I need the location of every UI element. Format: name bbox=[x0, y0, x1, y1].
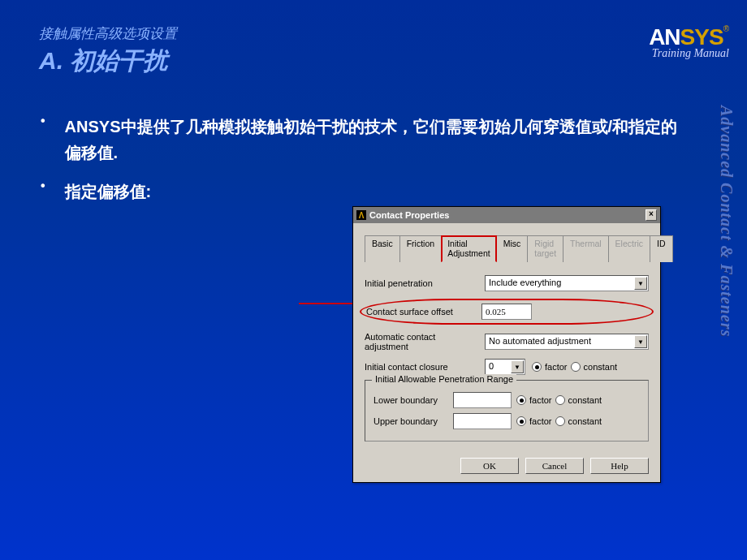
chevron-down-icon[interactable]: ▼ bbox=[634, 277, 647, 290]
tab-initial-adjustment[interactable]: Initial Adjustment bbox=[441, 235, 497, 262]
contact-offset-input[interactable] bbox=[481, 304, 532, 320]
tab-strip: Basic Friction Initial Adjustment Misc R… bbox=[365, 235, 649, 262]
upper-factor-label: factor bbox=[529, 416, 552, 426]
upper-constant-label: constant bbox=[568, 416, 602, 426]
closure-row: Initial contact closure 0 ▼ factor const… bbox=[365, 359, 649, 375]
tab-friction[interactable]: Friction bbox=[399, 235, 442, 262]
penetration-range-fieldset: Initial Allowable Penetration Range Lowe… bbox=[365, 380, 649, 442]
lower-radio-group: factor constant bbox=[516, 395, 602, 405]
bullet-dot: • bbox=[41, 114, 45, 166]
auto-adjust-row: Automatic contact adjustment No automate… bbox=[365, 332, 649, 351]
auto-adjust-select[interactable]: No automated adjustment ▼ bbox=[485, 334, 649, 350]
upper-radio-group: factor constant bbox=[516, 416, 602, 426]
upper-boundary-label: Upper boundary bbox=[374, 416, 448, 426]
contact-offset-label: Contact surface offset bbox=[366, 307, 475, 317]
upper-factor-radio[interactable] bbox=[516, 416, 526, 426]
logo-sys: SYS bbox=[680, 24, 723, 50]
auto-adjust-label: Automatic contact adjustment bbox=[365, 332, 478, 351]
cancel-button[interactable]: Cancel bbox=[525, 458, 584, 474]
closure-constant-label: constant bbox=[584, 362, 618, 372]
tab-basic[interactable]: Basic bbox=[365, 235, 400, 262]
slide: 接触属性高级选项设置 A. 初始干扰 ANSYS® Training Manua… bbox=[0, 0, 747, 560]
penetration-range-legend: Initial Allowable Penetration Range bbox=[372, 374, 516, 384]
dialog-icon: Λ bbox=[356, 210, 366, 220]
initial-penetration-select[interactable]: Include everything ▼ bbox=[485, 275, 649, 291]
bullet-text: ANSYS中提供了几种模拟接触初始干扰的技术，它们需要初始几何穿透值或/和指定的… bbox=[65, 114, 690, 166]
slide-header: 接触属性高级选项设置 A. 初始干扰 bbox=[39, 24, 177, 78]
side-text: Advanced Contact & Fasteners bbox=[717, 106, 736, 337]
lower-boundary-input[interactable] bbox=[453, 392, 512, 408]
closure-constant-radio[interactable] bbox=[571, 362, 581, 372]
upper-constant-radio[interactable] bbox=[555, 416, 565, 426]
initial-penetration-label: Initial penetration bbox=[365, 278, 478, 288]
tab-electric: Electric bbox=[608, 235, 650, 262]
bullet-text: 指定偏移值: bbox=[65, 179, 152, 205]
tab-id[interactable]: ID bbox=[650, 235, 673, 262]
lower-factor-label: factor bbox=[529, 395, 552, 405]
chevron-down-icon[interactable]: ▼ bbox=[634, 335, 647, 348]
closure-value: 0 bbox=[489, 361, 494, 371]
lower-factor-radio[interactable] bbox=[516, 395, 526, 405]
closure-select[interactable]: 0 ▼ bbox=[485, 359, 525, 375]
bullet-item: • 指定偏移值: bbox=[41, 179, 690, 205]
chevron-down-icon[interactable]: ▼ bbox=[511, 360, 524, 373]
initial-penetration-value: Include everything bbox=[489, 278, 561, 287]
ok-button[interactable]: OK bbox=[460, 458, 519, 474]
logo: ANSYS® Training Manual bbox=[649, 24, 729, 60]
upper-boundary-input[interactable] bbox=[453, 413, 512, 429]
contact-properties-dialog: Λ Contact Properties × Basic Friction In… bbox=[352, 206, 661, 483]
slide-body: • ANSYS中提供了几种模拟接触初始干扰的技术，它们需要初始几何穿透值或/和指… bbox=[41, 114, 690, 218]
lower-constant-radio[interactable] bbox=[555, 395, 565, 405]
tab-rigid-target: Rigid target bbox=[527, 235, 563, 262]
bullet-dot: • bbox=[41, 179, 45, 205]
slide-pretitle: 接触属性高级选项设置 bbox=[39, 24, 177, 43]
dialog-title-text: Contact Properties bbox=[369, 210, 642, 220]
auto-adjust-value: No automated adjustment bbox=[489, 336, 591, 346]
logo-an: AN bbox=[649, 24, 680, 50]
lower-boundary-row: Lower boundary factor constant bbox=[374, 392, 640, 408]
tab-misc[interactable]: Misc bbox=[496, 235, 529, 262]
closure-radio-group: factor constant bbox=[532, 362, 617, 372]
closure-factor-label: factor bbox=[545, 362, 568, 372]
close-icon[interactable]: × bbox=[646, 209, 657, 221]
dialog-button-row: OK Cancel Help bbox=[353, 450, 660, 482]
closure-factor-radio[interactable] bbox=[532, 362, 542, 372]
help-button[interactable]: Help bbox=[590, 458, 649, 474]
bullet-item: • ANSYS中提供了几种模拟接触初始干扰的技术，它们需要初始几何穿透值或/和指… bbox=[41, 114, 690, 166]
lower-constant-label: constant bbox=[568, 395, 602, 405]
closure-label: Initial contact closure bbox=[365, 362, 478, 372]
dialog-titlebar[interactable]: Λ Contact Properties × bbox=[353, 207, 660, 223]
logo-subtitle: Training Manual bbox=[649, 47, 729, 60]
upper-boundary-row: Upper boundary factor constant bbox=[374, 413, 640, 429]
dialog-body: Basic Friction Initial Adjustment Misc R… bbox=[353, 223, 660, 450]
tab-thermal: Thermal bbox=[563, 235, 609, 262]
slide-title: A. 初始干扰 bbox=[39, 45, 177, 78]
lower-boundary-label: Lower boundary bbox=[374, 395, 448, 405]
initial-penetration-row: Initial penetration Include everything ▼ bbox=[365, 275, 649, 291]
contact-offset-row: Contact surface offset bbox=[360, 299, 654, 325]
